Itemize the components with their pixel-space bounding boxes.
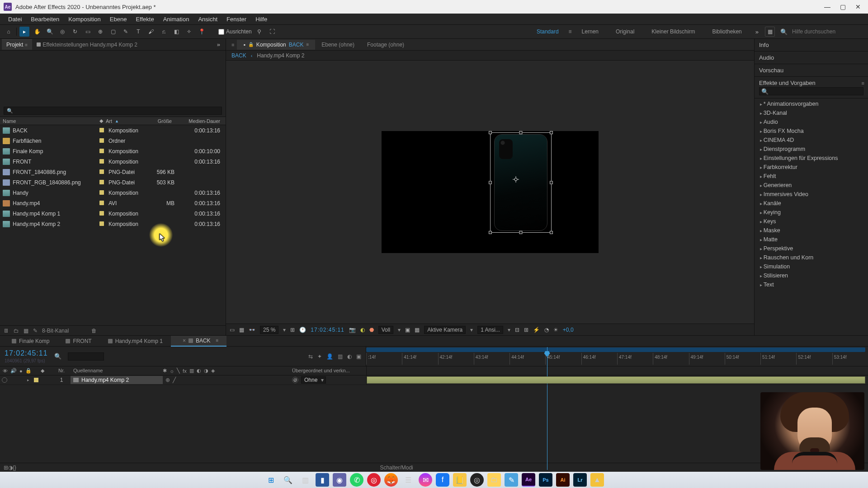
timeline-tab[interactable]: FRONT	[57, 336, 99, 346]
col-source-name[interactable]: Quellenname	[71, 366, 163, 375]
effect-category[interactable]: Generieren	[755, 181, 868, 190]
eraser-tool-icon[interactable]: ◧	[171, 27, 181, 37]
toggle-switches-icon[interactable]: ⊞	[4, 465, 8, 471]
menu-effekte[interactable]: Effekte	[131, 14, 158, 24]
grid-icon[interactable]: ▦	[415, 327, 420, 333]
brush-tool-icon[interactable]: 🖌	[146, 27, 156, 37]
exposure-icon[interactable]: ☀	[553, 327, 558, 333]
effect-category[interactable]: Kanäle	[755, 199, 868, 208]
taskbar-photoshop[interactable]: Ps	[539, 473, 552, 487]
project-row[interactable]: Handy.mp4 Komp 2 Komposition 0:00:13:16	[0, 219, 226, 229]
start-button[interactable]: ⊞	[264, 473, 278, 487]
label-color-icon[interactable]	[99, 200, 108, 206]
ruler-tick[interactable]: 41:14f	[402, 353, 438, 365]
taskbar-after-effects[interactable]: Ae	[522, 473, 535, 487]
taskbar-app-1[interactable]: ▮	[316, 473, 329, 487]
close-button[interactable]: ✕	[854, 3, 862, 10]
parent-dropdown[interactable]: Ohne	[301, 376, 326, 384]
audio-column-icon[interactable]: 🔊	[10, 368, 17, 374]
effect-category[interactable]: Matte	[755, 235, 868, 244]
label-color-icon[interactable]	[99, 138, 108, 144]
camera-dropdown[interactable]: Aktive Kamera	[424, 326, 466, 334]
stamp-tool-icon[interactable]: ⎌	[159, 27, 169, 37]
timeline-tab[interactable]: ×BACK≡	[171, 336, 227, 347]
layer-switch-draw-icon[interactable]: ╱	[173, 377, 176, 383]
effect-category[interactable]: Simulation	[755, 262, 868, 271]
effect-category[interactable]: 3D-Kanal	[755, 108, 868, 117]
effect-category[interactable]: Immersives Video	[755, 190, 868, 199]
timeline-timecode[interactable]: 17:02:45:11	[5, 349, 48, 357]
project-row[interactable]: FRONT_RGB_1840886.png PNG-Datei 503 KB	[0, 177, 226, 188]
switch-motionblur-icon[interactable]: ◐	[197, 368, 201, 374]
orbit-tool-icon[interactable]: ◎	[57, 27, 67, 37]
resolution-dropdown[interactable]: Voll	[378, 326, 393, 334]
project-row[interactable]: Handy Komposition 0:00:13:16	[0, 188, 226, 198]
taskbar-app-4[interactable]: ☰	[401, 473, 415, 487]
project-row[interactable]: FRONT Komposition 0:00:13:16	[0, 156, 226, 167]
layer-source-name[interactable]: Handy.mp4 Komp 2	[71, 376, 163, 384]
snapshot-icon[interactable]: 📷	[349, 327, 356, 333]
effect-category[interactable]: Audio	[755, 117, 868, 127]
switch-collapse-icon[interactable]: ☼	[170, 368, 174, 374]
menu-ansicht[interactable]: Ansicht	[193, 14, 222, 24]
bit-depth-button[interactable]: 8-Bit-Kanal	[42, 328, 69, 334]
close-tab-icon[interactable]: ×	[183, 338, 186, 344]
ruler-tick[interactable]: 44:14f	[509, 353, 545, 365]
anchor-tool-icon[interactable]: ⊕	[95, 27, 105, 37]
taskbar-search-icon[interactable]: 🔍	[281, 473, 295, 487]
exposure-value[interactable]: +0,0	[563, 327, 574, 333]
toolbar-grid-icon[interactable]: ▦	[765, 27, 775, 37]
menu-bearbeiten[interactable]: Bearbeiten	[26, 14, 64, 24]
label-column-icon[interactable]: ◆	[41, 368, 44, 374]
work-area-bar[interactable]	[366, 347, 865, 352]
trash-icon[interactable]: 🗑	[91, 328, 97, 334]
anchor-point-icon[interactable]	[513, 176, 519, 183]
panel-info[interactable]: Info	[755, 39, 868, 52]
ruler-tick[interactable]: 49:14f	[689, 353, 725, 365]
pen-tool-icon[interactable]: ✎	[121, 27, 131, 37]
menu-komposition[interactable]: Komposition	[64, 14, 105, 24]
project-search-input[interactable]	[4, 107, 222, 115]
tab-layer[interactable]: Ebene (ohne)	[315, 40, 361, 50]
taskbar-explorer[interactable]: 🗀	[487, 473, 501, 487]
taskbar-app-3[interactable]: ◎	[367, 473, 381, 487]
ruler-tick[interactable]: 45:14f	[545, 353, 581, 365]
show-channel-icon[interactable]: ◐	[360, 327, 365, 333]
shape-tool-icon[interactable]: ▢	[108, 27, 118, 37]
workspace-kleiner[interactable]: Kleiner Bildschirm	[644, 28, 702, 35]
snap-options-icon[interactable]: ⚲	[255, 27, 264, 37]
viewer-channel-icon[interactable]: ▦	[239, 327, 244, 333]
project-row[interactable]: FRONT_1840886.png PNG-Datei 596 KB	[0, 167, 226, 177]
label-color-icon[interactable]	[99, 148, 108, 155]
minimize-button[interactable]: —	[824, 3, 831, 10]
layer-switch-quality-icon[interactable]: ⊕	[165, 377, 170, 383]
pickwhip-icon[interactable]: @	[292, 377, 298, 383]
type-tool-icon[interactable]: T	[133, 27, 143, 37]
help-search-input[interactable]	[792, 28, 864, 35]
taskbar-messenger[interactable]: ✉	[419, 473, 432, 487]
toggle-modes-icon[interactable]: ◑	[8, 465, 13, 471]
selection-tool-icon[interactable]: ▸	[19, 27, 29, 37]
new-comp-icon[interactable]: ▦	[24, 328, 28, 334]
ruler-tick[interactable]: 53:14f	[832, 353, 868, 365]
effect-category[interactable]: Keying	[755, 208, 868, 217]
taskbar-facebook[interactable]: f	[436, 473, 449, 487]
zoom-dropdown[interactable]: 25 %	[260, 326, 278, 334]
project-row[interactable]: BACK Komposition 0:00:13:16	[0, 125, 226, 136]
ruler-tick[interactable]: 51:14f	[760, 353, 796, 365]
lock-icon[interactable]: 🔒	[248, 42, 254, 47]
project-row[interactable]: Finale Komp Komposition 0:00:10:00	[0, 146, 226, 156]
composition-viewer[interactable]	[226, 61, 754, 324]
layer-label-icon[interactable]	[34, 378, 38, 382]
taskbar-firefox[interactable]: 🦊	[384, 473, 398, 487]
col-size[interactable]: Größe	[149, 118, 172, 124]
views-dropdown[interactable]: 1 Ansi...	[477, 326, 503, 334]
effects-search-input[interactable]: 🔍	[759, 87, 863, 95]
frame-blend-icon[interactable]: ▥	[338, 353, 343, 360]
chevron-left-icon[interactable]: ‹	[251, 53, 253, 58]
workspace-standard[interactable]: Standard	[529, 28, 566, 35]
taskbar-app-5[interactable]: 📒	[453, 473, 467, 487]
lock-column-icon[interactable]: 🔒	[25, 368, 32, 374]
effect-category[interactable]: Fehlt	[755, 172, 868, 181]
timeline-tab[interactable]: Handy.mp4 Komp 1	[100, 336, 171, 346]
